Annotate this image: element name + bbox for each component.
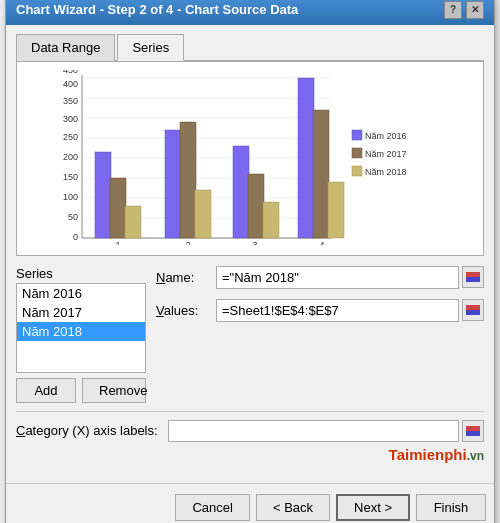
remove-button[interactable]: Remove [82,378,146,403]
finish-button[interactable]: Finish [416,494,486,521]
svg-rect-30 [298,78,314,238]
footer: Cancel < Back Next > Finish [6,483,494,524]
series-left-panel: Series Năm 2016 Năm 2017 Năm 2018 Add Re… [16,266,146,403]
svg-text:350: 350 [63,96,78,106]
svg-rect-22 [110,178,126,238]
series-item-2[interactable]: Năm 2018 [17,322,145,341]
svg-rect-25 [180,122,196,238]
svg-text:400: 400 [63,79,78,89]
svg-rect-47 [466,426,480,431]
svg-rect-41 [352,166,362,176]
tab-data-range[interactable]: Data Range [16,34,115,61]
name-label: Name: [156,270,216,285]
category-pick-button[interactable] [462,420,484,442]
values-row: Values: [156,299,484,322]
svg-text:50: 50 [68,212,78,222]
svg-rect-24 [165,130,181,238]
chart-wizard-dialog: Chart Wizard - Step 2 of 4 - Chart Sourc… [5,0,495,523]
svg-rect-21 [95,152,111,238]
svg-rect-45 [466,305,480,310]
svg-rect-27 [233,146,249,238]
svg-text:Năm 2017: Năm 2017 [365,149,407,159]
name-input-wrap [216,266,484,289]
values-label: Values: [156,303,216,318]
values-input-wrap [216,299,484,322]
svg-rect-43 [466,272,480,277]
svg-rect-29 [263,202,279,238]
series-right-panel: Name: Values: [156,266,484,332]
dialog-title: Chart Wizard - Step 2 of 4 - Chart Sourc… [16,2,298,17]
category-input[interactable] [168,420,459,442]
svg-rect-46 [466,310,480,315]
name-pick-button[interactable] [462,266,484,288]
tab-series[interactable]: Series [117,34,184,61]
series-item-1[interactable]: Năm 2017 [17,303,145,322]
svg-text:3: 3 [252,240,257,245]
pick-icon [466,272,480,282]
series-label: Series [16,266,146,281]
svg-text:300: 300 [63,114,78,124]
cancel-button[interactable]: Cancel [175,494,249,521]
svg-rect-48 [466,431,480,436]
pick-icon-values [466,305,480,315]
title-bar: Chart Wizard - Step 2 of 4 - Chart Sourc… [6,0,494,25]
svg-text:4: 4 [319,240,324,245]
svg-rect-44 [466,277,480,282]
svg-text:250: 250 [63,132,78,142]
next-button[interactable]: Next > [336,494,410,521]
series-section: Series Năm 2016 Năm 2017 Năm 2018 Add Re… [16,266,484,403]
svg-text:100: 100 [63,192,78,202]
svg-rect-39 [352,148,362,158]
name-row: Name: [156,266,484,289]
category-row: Category (X) axis labels: [16,420,484,442]
svg-text:Năm 2016: Năm 2016 [365,131,407,141]
svg-text:Năm 2018: Năm 2018 [365,167,407,177]
dialog-content: Data Range Series 0 50 100 150 200 250 3… [6,25,494,473]
series-listbox[interactable]: Năm 2016 Năm 2017 Năm 2018 [16,283,146,373]
svg-rect-26 [195,190,211,238]
series-item-0[interactable]: Năm 2016 [17,284,145,303]
svg-text:0: 0 [73,232,78,242]
svg-text:2: 2 [185,240,190,245]
svg-text:200: 200 [63,152,78,162]
chart-svg: 0 50 100 150 200 250 300 350 400 450 [25,70,475,245]
svg-rect-28 [248,174,264,238]
chart-preview: 0 50 100 150 200 250 300 350 400 450 [16,61,484,256]
watermark-area: Taimienphi.vn [16,442,484,463]
close-button[interactable]: ✕ [466,1,484,19]
divider [16,411,484,412]
chart-container: 0 50 100 150 200 250 300 350 400 450 [25,70,475,245]
svg-rect-31 [313,110,329,238]
category-input-wrap [168,420,484,442]
svg-rect-23 [125,206,141,238]
help-button[interactable]: ? [444,1,462,19]
svg-rect-32 [328,182,344,238]
svg-rect-37 [352,130,362,140]
svg-text:150: 150 [63,172,78,182]
add-button[interactable]: Add [16,378,76,403]
back-button[interactable]: < Back [256,494,330,521]
svg-text:450: 450 [63,70,78,75]
values-pick-button[interactable] [462,299,484,321]
tab-bar: Data Range Series [16,33,484,61]
svg-text:1: 1 [115,240,120,245]
title-bar-controls: ? ✕ [444,1,484,19]
values-input[interactable] [216,299,459,322]
pick-icon-category [466,426,480,436]
name-input[interactable] [216,266,459,289]
category-label: Category (X) axis labels: [16,423,158,438]
series-buttons: Add Remove [16,378,146,403]
watermark: Taimienphi.vn [389,446,484,463]
